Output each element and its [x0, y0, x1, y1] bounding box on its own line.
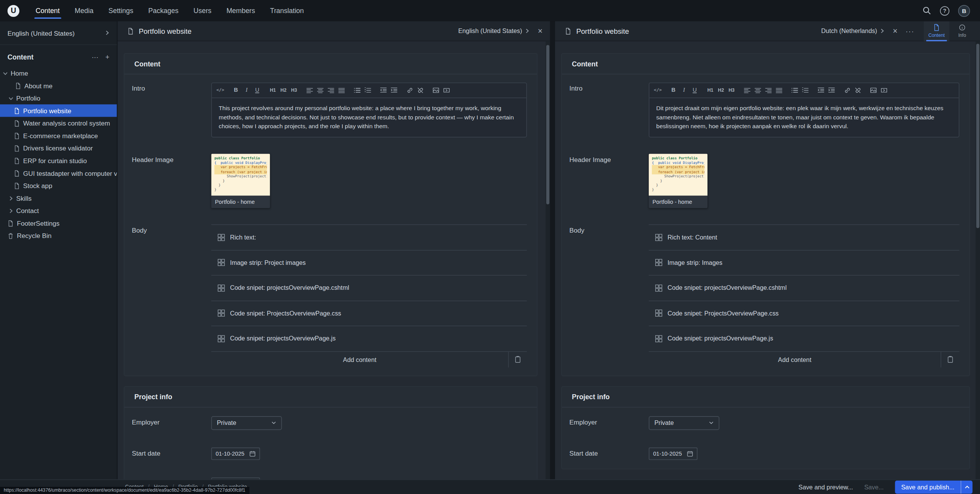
- block-list-item[interactable]: Image strip: Images: [649, 250, 959, 276]
- sidebar-item-drivers-license-validator[interactable]: Drivers license validator: [0, 142, 117, 155]
- underline-icon[interactable]: U: [689, 85, 700, 96]
- header-image-card[interactable]: public class Portfolio{ public void Disp…: [649, 154, 707, 208]
- unlink-icon[interactable]: [415, 85, 426, 96]
- more-options-icon[interactable]: ···: [906, 27, 914, 35]
- list-ol-icon[interactable]: [362, 85, 373, 96]
- document-title[interactable]: Portfolio website: [139, 27, 191, 35]
- document-title[interactable]: Portfolio website: [576, 27, 629, 35]
- nav-item-settings[interactable]: Settings: [101, 0, 141, 21]
- sidebar-item-about-me[interactable]: About me: [0, 79, 117, 92]
- nav-item-users[interactable]: Users: [186, 0, 219, 21]
- sidebar-item-portfolio[interactable]: Portfolio: [0, 92, 117, 104]
- paste-from-clipboard-button[interactable]: [508, 352, 527, 367]
- block-list-item[interactable]: Rich text: Content: [649, 225, 959, 250]
- indent-icon[interactable]: [826, 85, 837, 96]
- block-list-item[interactable]: Code snipet: projectsOverviewPage.js: [649, 326, 959, 352]
- italic-icon[interactable]: I: [241, 85, 252, 96]
- block-list-item[interactable]: Image strip: Project images: [211, 250, 527, 276]
- caret-expanded-icon[interactable]: [8, 96, 14, 100]
- save-button[interactable]: Save...: [864, 484, 884, 491]
- rte-text[interactable]: This project revolves around my personal…: [212, 98, 526, 137]
- sidebar-item-gui-testadapter-with-computer-vision[interactable]: GUI testadapter with computer vision: [0, 167, 117, 180]
- intro-richtext-editor[interactable]: </>BIUH1H2H3 This project revolves aroun…: [211, 83, 527, 138]
- search-icon[interactable]: [922, 6, 931, 15]
- calendar-icon[interactable]: [250, 450, 256, 456]
- add-content-button[interactable]: Add content: [649, 352, 940, 367]
- outdent-icon[interactable]: [378, 85, 389, 96]
- add-content-button[interactable]: Add content: [211, 352, 508, 367]
- block-list-item[interactable]: Code snipet: ProjectsOverviewPage.css: [211, 301, 527, 326]
- left-pane-scrollbar[interactable]: [545, 41, 550, 479]
- start-date-input[interactable]: 01-10-2025: [211, 447, 260, 460]
- nav-item-content[interactable]: Content: [28, 0, 67, 21]
- sidebar-item-footersettings[interactable]: FooterSettings: [0, 217, 117, 230]
- tab-info[interactable]: Info: [949, 21, 975, 41]
- image-icon[interactable]: [431, 85, 441, 96]
- list-ul-icon[interactable]: [352, 85, 363, 96]
- tab-content[interactable]: Content: [924, 21, 949, 41]
- sidebar-item-water-analysis-control-system[interactable]: Water analysis control system: [0, 117, 117, 129]
- pane-splitter[interactable]: [550, 21, 555, 479]
- code-icon[interactable]: </>: [215, 85, 226, 96]
- caret-collapsed-icon[interactable]: [9, 208, 13, 213]
- close-split-view-icon[interactable]: ×: [893, 27, 897, 35]
- bold-icon[interactable]: B: [231, 85, 241, 96]
- scrollbar-thumb[interactable]: [976, 44, 979, 228]
- save-and-preview-button[interactable]: Save and preview...: [798, 484, 853, 491]
- sidebar-item-contact[interactable]: Contact: [0, 204, 117, 217]
- close-split-view-icon[interactable]: ×: [538, 27, 542, 35]
- align-left-icon[interactable]: [742, 85, 753, 96]
- image-icon[interactable]: [868, 85, 879, 96]
- sidebar-item-skills[interactable]: Skills: [0, 192, 117, 205]
- h1-icon[interactable]: H1: [268, 85, 278, 96]
- h3-icon[interactable]: H3: [289, 85, 299, 96]
- h1-icon[interactable]: H1: [705, 85, 716, 96]
- more-options-icon[interactable]: ···: [92, 53, 99, 61]
- link-icon[interactable]: [404, 85, 415, 96]
- publish-options-toggle[interactable]: [961, 480, 972, 493]
- underline-icon[interactable]: U: [252, 85, 263, 96]
- outdent-icon[interactable]: [816, 85, 826, 96]
- block-list-item[interactable]: Code snipet: projectsOverviewPage.cshtml: [649, 276, 959, 301]
- start-date-input[interactable]: 01-10-2025: [649, 447, 697, 460]
- h2-icon[interactable]: H2: [716, 85, 726, 96]
- scrollbar-thumb[interactable]: [546, 45, 549, 204]
- unlink-icon[interactable]: [853, 85, 863, 96]
- embed-icon[interactable]: [441, 85, 452, 96]
- nav-item-media[interactable]: Media: [67, 0, 101, 21]
- bold-icon[interactable]: B: [668, 85, 679, 96]
- header-image-card[interactable]: public class Portfolio{ public void Disp…: [211, 154, 270, 208]
- save-and-publish-button[interactable]: Save and publish...: [895, 480, 972, 493]
- block-list-item[interactable]: Code snipet: projectsOverviewPage.cshtml: [211, 276, 527, 301]
- sidebar-item-recycle-bin[interactable]: Recycle Bin: [0, 230, 117, 242]
- employer-select[interactable]: Private: [211, 416, 282, 430]
- sidebar-item-erp-for-curtain-studio[interactable]: ERP for curtain studio: [0, 154, 117, 167]
- sidebar-item-stock-app[interactable]: Stock app: [0, 179, 117, 192]
- nav-item-packages[interactable]: Packages: [141, 0, 186, 21]
- align-right-icon[interactable]: [763, 85, 774, 96]
- caret-expanded-icon[interactable]: [3, 71, 8, 75]
- intro-richtext-editor[interactable]: </>BIUH1H2H3 Dit project draait om mijn …: [649, 83, 959, 138]
- link-icon[interactable]: [842, 85, 853, 96]
- align-center-icon[interactable]: [315, 85, 326, 96]
- avatar[interactable]: B: [958, 5, 970, 17]
- embed-icon[interactable]: [879, 85, 889, 96]
- nav-item-translation[interactable]: Translation: [263, 0, 311, 21]
- list-ul-icon[interactable]: [789, 85, 800, 96]
- variant-selector-dutch[interactable]: Dutch (Netherlands): [821, 28, 884, 35]
- block-list-item[interactable]: Rich text:: [211, 225, 527, 250]
- h2-icon[interactable]: H2: [278, 85, 289, 96]
- calendar-icon[interactable]: [687, 450, 693, 456]
- rte-text[interactable]: Dit project draait om mijn eigen portfol…: [649, 98, 959, 137]
- sidebar-language-selector[interactable]: English (United States): [0, 21, 117, 45]
- right-pane-scrollbar[interactable]: [976, 41, 980, 479]
- paste-from-clipboard-button[interactable]: [940, 352, 959, 367]
- align-justify-icon[interactable]: [336, 85, 347, 96]
- variant-selector-english[interactable]: English (United States): [458, 28, 530, 35]
- block-list-item[interactable]: Code snipet: ProjectsOverviewPage.css: [649, 301, 959, 326]
- sidebar-item-e-commerce-marketplace[interactable]: E-commerce marketplace: [0, 129, 117, 142]
- align-right-icon[interactable]: [326, 85, 336, 96]
- block-list-item[interactable]: Code snipet: projectsOverviewPage.js: [211, 326, 527, 352]
- list-ol-icon[interactable]: [800, 85, 811, 96]
- caret-collapsed-icon[interactable]: [9, 195, 13, 201]
